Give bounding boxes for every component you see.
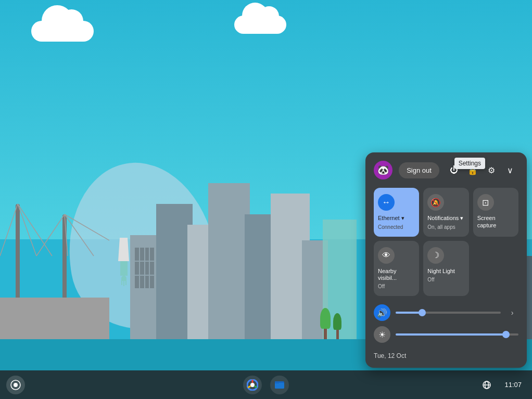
- tile-night-light[interactable]: ☽ Night Light Off: [423, 241, 468, 296]
- taskbar-left: [6, 376, 25, 394]
- svg-line-12: [254, 386, 257, 388]
- quick-settings-panel: 🐼 Sign out ⏻ 🔒 ⚙ Settings ∨ ↔ Ethernet ▾…: [365, 152, 527, 368]
- cloud-2: [234, 16, 286, 34]
- screen-capture-icon: ⊡: [477, 194, 494, 211]
- svg-line-0: [0, 204, 18, 256]
- launcher-button[interactable]: [6, 376, 25, 394]
- screen-capture-label: Screen capture: [477, 215, 514, 228]
- taskbar-app-chrome[interactable]: [243, 376, 262, 394]
- ethernet-label: Ethernet ▾: [378, 215, 404, 222]
- bridge: [0, 204, 109, 339]
- svg-line-1: [18, 204, 36, 256]
- svg-point-8: [14, 383, 18, 387]
- svg-line-6: [65, 214, 109, 240]
- system-clock[interactable]: 11:07: [500, 379, 526, 391]
- night-light-sublabel: Off: [427, 277, 434, 283]
- cloud-1: [31, 21, 94, 42]
- tile-notifications[interactable]: 🔕 Notifications ▾ On, all apps: [423, 188, 468, 236]
- volume-expand-icon[interactable]: ›: [506, 306, 518, 319]
- svg-rect-15: [275, 383, 284, 389]
- qs-tiles-grid: ↔ Ethernet ▾ Connected 🔕 Notifications ▾…: [374, 188, 518, 296]
- qs-header: 🐼 Sign out ⏻ 🔒 ⚙ Settings ∨: [374, 161, 518, 179]
- sign-out-button[interactable]: Sign out: [399, 162, 439, 178]
- brightness-icon[interactable]: ☀: [374, 326, 390, 343]
- svg-rect-16: [275, 381, 279, 383]
- nearby-sublabel: Off: [378, 284, 385, 290]
- tile-nearby[interactable]: 👁 Nearby visibil... Off: [374, 241, 419, 296]
- settings-tooltip: Settings: [454, 158, 485, 169]
- svg-line-4: [65, 214, 68, 256]
- qs-date: Tue, 12 Oct: [374, 348, 518, 359]
- notifications-sublabel: On, all apps: [427, 224, 455, 230]
- brightness-slider[interactable]: [396, 333, 518, 336]
- nearby-icon: 👁: [378, 247, 395, 264]
- tree-1: [320, 308, 331, 339]
- tree-2: [333, 313, 341, 339]
- notifications-icon: 🔕: [427, 194, 444, 211]
- settings-button[interactable]: ⚙: [483, 162, 500, 178]
- svg-point-10: [250, 383, 255, 387]
- svg-line-3: [36, 214, 65, 256]
- expand-button[interactable]: ∨: [502, 162, 518, 178]
- volume-slider-row: 🔊 ›: [374, 304, 518, 321]
- avatar[interactable]: 🐼: [374, 161, 392, 179]
- ethernet-icon: ↔: [378, 194, 395, 211]
- tile-screen-capture[interactable]: ⊡ Screen capture: [473, 188, 518, 236]
- taskbar-app-files[interactable]: [270, 376, 289, 394]
- nearby-label: Nearby visibil...: [378, 268, 415, 281]
- taskbar-right: 11:07: [477, 376, 526, 394]
- taskbar-center: [243, 376, 289, 394]
- network-status-icon[interactable]: [477, 376, 496, 394]
- qs-header-icons: ⏻ 🔒 ⚙ Settings ∨: [446, 162, 518, 178]
- tile-ethernet[interactable]: ↔ Ethernet ▾ Connected: [374, 188, 419, 236]
- brightness-slider-row: ☀: [374, 326, 518, 343]
- notifications-label: Notifications ▾: [427, 215, 463, 222]
- night-light-icon: ☽: [427, 247, 444, 264]
- svg-line-5: [65, 214, 94, 256]
- volume-icon[interactable]: 🔊: [374, 304, 390, 321]
- night-light-label: Night Light: [427, 268, 455, 275]
- taskbar: 11:07: [0, 370, 532, 399]
- svg-line-2: [18, 204, 52, 256]
- volume-slider[interactable]: [396, 312, 501, 314]
- svg-line-13: [248, 386, 250, 388]
- ethernet-sublabel: Connected: [378, 224, 403, 230]
